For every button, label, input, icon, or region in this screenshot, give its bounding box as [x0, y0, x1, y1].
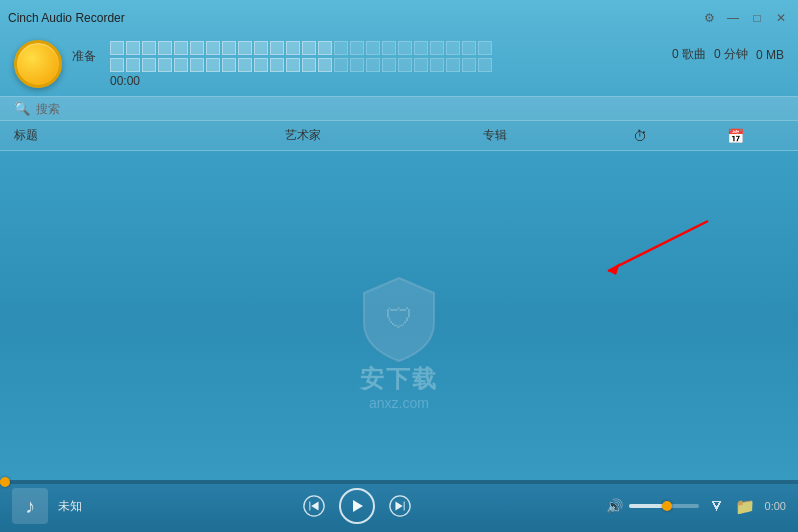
vu-seg: [478, 58, 492, 72]
volume-dot: [662, 501, 672, 511]
folder-icon[interactable]: 📁: [735, 497, 755, 516]
play-button[interactable]: [339, 488, 375, 524]
vu-seg: [190, 58, 204, 72]
vu-seg: [462, 41, 476, 55]
watermark-text: 安下载: [360, 363, 438, 395]
vu-seg: [398, 58, 412, 72]
vu-seg: [286, 58, 300, 72]
vu-seg: [158, 58, 172, 72]
vu-seg: [462, 58, 476, 72]
duration-stat: 0 分钟: [714, 46, 748, 63]
vu-seg: [222, 58, 236, 72]
svg-text:🛡: 🛡: [385, 303, 413, 334]
vu-seg: [174, 58, 188, 72]
track-name: 未知: [58, 498, 108, 515]
music-icon: ♪: [12, 488, 48, 524]
col-date-header[interactable]: 📅: [688, 128, 784, 144]
vu-seg: [334, 58, 348, 72]
vu-seg: [430, 58, 444, 72]
vu-seg: [270, 58, 284, 72]
vu-meter-area: 准备: [72, 41, 662, 88]
vu-seg: [254, 41, 268, 55]
col-album-header[interactable]: 专辑: [399, 127, 592, 144]
progress-dot: [0, 477, 10, 487]
vu-row-2: [110, 58, 662, 72]
vu-seg: [302, 41, 316, 55]
player-bar: ♪ 未知: [0, 480, 798, 532]
vu-seg: [334, 41, 348, 55]
prev-button[interactable]: [303, 495, 325, 517]
vu-seg: [350, 58, 364, 72]
vu-seg: [350, 41, 364, 55]
volume-area: 🔊: [606, 498, 699, 514]
vu-seg: [414, 41, 428, 55]
app-title: Cinch Audio Recorder: [8, 11, 125, 25]
top-section: 准备: [0, 36, 798, 96]
vu-seg: [478, 41, 492, 55]
close-button[interactable]: ✕: [772, 9, 790, 27]
watermark: 🛡 安下载 anxz.com: [359, 273, 439, 411]
app-window: Cinch Audio Recorder ⚙ — □ ✕ 准备: [0, 0, 798, 532]
col-duration-header[interactable]: ⏱: [592, 128, 688, 144]
vu-seg: [366, 58, 380, 72]
prev-icon: [303, 495, 325, 517]
vu-seg: [222, 41, 236, 55]
vu-status-row: 准备: [72, 41, 662, 72]
title-bar: Cinch Audio Recorder ⚙ — □ ✕: [0, 0, 798, 36]
col-artist-header[interactable]: 艺术家: [207, 127, 400, 144]
maximize-button[interactable]: □: [748, 9, 766, 27]
next-icon: [389, 495, 411, 517]
record-button[interactable]: [14, 40, 62, 88]
vu-seg: [110, 58, 124, 72]
red-arrow-indicator: [578, 211, 718, 281]
next-button[interactable]: [389, 495, 411, 517]
vu-seg: [254, 58, 268, 72]
svg-marker-5: [311, 501, 318, 510]
vu-seg: [398, 41, 412, 55]
vu-seg: [414, 58, 428, 72]
recorder-status: 准备: [72, 48, 102, 65]
svg-marker-9: [403, 501, 404, 510]
search-bar: 🔍: [0, 96, 798, 121]
vu-seg: [302, 58, 316, 72]
svg-marker-2: [608, 263, 620, 275]
time-display: 0:00: [765, 500, 786, 512]
watermark-subtext: anxz.com: [369, 395, 429, 411]
svg-marker-8: [395, 501, 402, 510]
svg-marker-6: [353, 500, 363, 512]
right-icons: ⛛ 📁: [709, 497, 755, 516]
vu-seg: [382, 41, 396, 55]
vu-seg: [318, 58, 332, 72]
vu-seg: [430, 41, 444, 55]
search-icon: 🔍: [14, 101, 30, 116]
minimize-button[interactable]: —: [724, 9, 742, 27]
settings-button[interactable]: ⚙: [700, 9, 718, 27]
progress-fill: [0, 480, 2, 484]
vu-seg: [382, 58, 396, 72]
svg-marker-4: [309, 501, 310, 510]
vu-seg: [142, 41, 156, 55]
progress-track[interactable]: [0, 480, 798, 484]
vu-seg: [270, 41, 284, 55]
search-input[interactable]: [36, 102, 116, 116]
recorder-time: 00:00: [72, 74, 662, 88]
volume-track[interactable]: [629, 504, 699, 508]
vu-seg: [110, 41, 124, 55]
stats-area: 0 歌曲 0 分钟 0 MB: [672, 40, 784, 63]
vu-seg: [318, 41, 332, 55]
vu-seg: [190, 41, 204, 55]
play-icon: [349, 498, 365, 514]
vu-row-1: [110, 41, 662, 55]
main-content: 🛡 安下载 anxz.com: [0, 151, 798, 532]
vu-seg: [446, 58, 460, 72]
song-count: 0 歌曲: [672, 46, 706, 63]
size-stat: 0 MB: [756, 48, 784, 62]
vu-seg: [126, 58, 140, 72]
vu-seg: [158, 41, 172, 55]
vu-bars: [110, 41, 662, 72]
vu-seg: [286, 41, 300, 55]
col-title-header[interactable]: 标题: [14, 127, 207, 144]
vu-seg: [366, 41, 380, 55]
filter-icon[interactable]: ⛛: [709, 497, 725, 515]
vu-seg: [206, 58, 220, 72]
